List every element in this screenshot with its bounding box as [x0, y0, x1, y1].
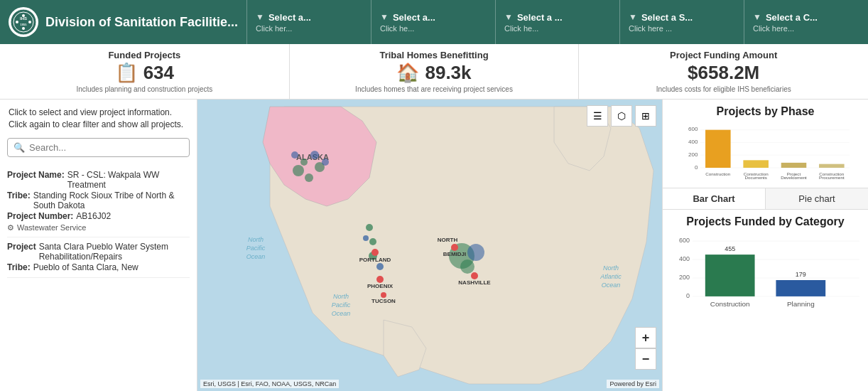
service-label: Wastewater Service	[17, 223, 86, 232]
svg-point-27	[363, 235, 369, 241]
map-area[interactable]: North Pacific Ocean North Pacific Ocean …	[197, 100, 662, 391]
svg-text:179: 179	[796, 271, 806, 278]
project-name-value: SR - CSL: Wakpala WW Treatment	[67, 170, 190, 190]
svg-text:0: 0	[695, 164, 698, 171]
svg-rect-54	[743, 160, 769, 168]
dropdown-1-label: Select a...	[268, 12, 311, 23]
tribal-homes-title: Tribal Homes Benefitting	[379, 50, 488, 60]
tab-pie-chart[interactable]: Pie chart	[766, 188, 868, 209]
map-zoom-controls: + −	[635, 327, 656, 370]
funded-projects-value: 📋 634	[115, 62, 174, 84]
svg-text:PORTLAND: PORTLAND	[359, 257, 391, 263]
tribe-label: Tribe:	[7, 191, 31, 210]
tribal-homes-value: 🏠 89.3k	[396, 62, 471, 84]
list-item[interactable]: Project Name: SR - CSL: Wakpala WW Treat…	[7, 166, 190, 237]
dropdown-4-sub: Click here ...	[629, 24, 735, 33]
stat-tribal-homes: Tribal Homes Benefitting 🏠 89.3k Include…	[290, 44, 580, 99]
svg-point-33	[460, 259, 474, 274]
svg-point-40	[451, 244, 458, 251]
svg-point-34	[371, 249, 379, 256]
svg-point-19	[293, 165, 304, 176]
tribe-value: Standing Rock Sioux Tribe of North & Sou…	[33, 191, 190, 210]
map-layers-tool[interactable]: ⬡	[611, 105, 632, 127]
svg-text:Construction: Construction	[705, 171, 730, 176]
svg-text:600: 600	[688, 126, 698, 132]
chevron-down-icon-1: ▼	[256, 12, 264, 22]
left-panel: Click to select and view project informa…	[0, 100, 197, 391]
header-title: Division of Sanitation Facilitie...	[45, 15, 238, 30]
dropdown-2-label: Select a...	[393, 12, 435, 23]
tribe-label-2: Tribe:	[7, 262, 31, 272]
svg-point-0	[11, 9, 36, 35]
svg-point-6	[22, 27, 25, 30]
tribal-homes-sub: Includes homes that are receiving projec…	[355, 85, 513, 93]
tab-bar-chart[interactable]: Bar Chart	[663, 188, 766, 209]
dropdown-3[interactable]: ▼ Select a ... Click he...	[495, 0, 619, 44]
header-logo-section: IHS 1955 Division of Sanitation Faciliti…	[0, 0, 246, 44]
left-panel-info: Click to select and view project informa…	[0, 100, 197, 135]
svg-text:North: North	[248, 236, 264, 243]
svg-point-23	[310, 151, 319, 159]
svg-text:North: North	[333, 293, 349, 300]
funded-projects-sub: Includes planning and construction proje…	[76, 85, 212, 93]
right-panel: Projects by Phase 600 400 200 0	[662, 100, 868, 391]
dropdown-2-sub: Click he...	[380, 24, 487, 33]
map-attribution-left: Esri, USGS | Esri, FAO, NOAA, USGS, NRCa…	[200, 380, 339, 388]
svg-point-4	[22, 14, 25, 17]
zoom-in-button[interactable]: +	[635, 327, 656, 348]
svg-rect-55	[781, 163, 807, 168]
main-content: Click to select and view project informa…	[0, 100, 868, 391]
stat-funded-projects: Funded Projects 📋 634 Includes planning …	[0, 44, 290, 99]
map-list-tool[interactable]: ☰	[587, 105, 608, 127]
dropdown-1[interactable]: ▼ Select a... Click her...	[246, 0, 371, 44]
svg-text:200: 200	[688, 151, 698, 158]
project-number-label: Project Number:	[7, 211, 73, 221]
logo-icon: IHS 1955	[9, 7, 38, 37]
chevron-down-icon-4: ▼	[629, 12, 637, 22]
svg-rect-56	[819, 164, 845, 168]
category-chart-svg: 600 400 200 0 455 179 Construction Plann…	[670, 232, 861, 325]
tribe-value-2: Pueblo of Santa Clara, New	[33, 262, 139, 272]
svg-text:Ocean: Ocean	[246, 253, 266, 260]
svg-text:NORTH: NORTH	[438, 237, 458, 243]
phase-chart-section: Projects by Phase 600 400 200 0	[663, 100, 868, 188]
project-name-label: Project Name:	[7, 170, 65, 190]
svg-text:1955: 1955	[21, 23, 28, 26]
svg-text:TUCSON: TUCSON	[371, 298, 396, 304]
svg-point-30	[376, 263, 384, 270]
dropdown-5[interactable]: ▼ Select a C... Click here...	[744, 0, 868, 44]
project-name-label-2: Project	[7, 242, 36, 262]
funded-projects-icon: 📋	[115, 62, 138, 84]
list-item[interactable]: Project Santa Clara Pueblo Water System …	[7, 237, 190, 278]
svg-text:Pacific: Pacific	[332, 301, 351, 309]
phase-chart-svg: 600 400 200 0 Construction	[670, 122, 861, 179]
search-input[interactable]	[29, 142, 183, 153]
service-tag: ⚙ Wastewater Service	[7, 223, 190, 232]
dropdown-2[interactable]: ▼ Select a... Click he...	[371, 0, 495, 44]
zoom-out-button[interactable]: −	[635, 348, 656, 370]
funding-amount-value: $658.2M	[688, 62, 759, 84]
dropdown-1-sub: Click her...	[256, 24, 362, 33]
svg-point-28	[369, 238, 376, 245]
svg-point-5	[28, 21, 31, 23]
svg-point-38	[381, 292, 386, 298]
svg-text:0: 0	[686, 292, 690, 299]
svg-text:600: 600	[679, 237, 690, 244]
svg-text:Atlantic: Atlantic	[600, 273, 622, 280]
dropdown-4-label: Select a S...	[641, 12, 693, 23]
dropdown-5-sub: Click here...	[753, 24, 859, 33]
map-grid-tool[interactable]: ⊞	[635, 105, 656, 127]
map-attribution-right: Powered by Esri	[607, 380, 659, 388]
svg-text:NASHVILLE: NASHVILLE	[458, 279, 491, 286]
svg-rect-53	[705, 130, 731, 168]
search-box[interactable]: 🔍	[7, 138, 190, 157]
svg-point-7	[16, 21, 18, 23]
svg-text:Ocean: Ocean	[602, 282, 621, 289]
svg-point-26	[366, 224, 373, 231]
dropdown-4[interactable]: ▼ Select a S... Click here ...	[619, 0, 744, 44]
svg-text:North: North	[603, 264, 619, 272]
header: IHS 1955 Division of Sanitation Faciliti…	[0, 0, 868, 44]
svg-text:Pacific: Pacific	[246, 245, 266, 252]
search-icon: 🔍	[13, 142, 25, 153]
chevron-down-icon-5: ▼	[753, 12, 761, 22]
